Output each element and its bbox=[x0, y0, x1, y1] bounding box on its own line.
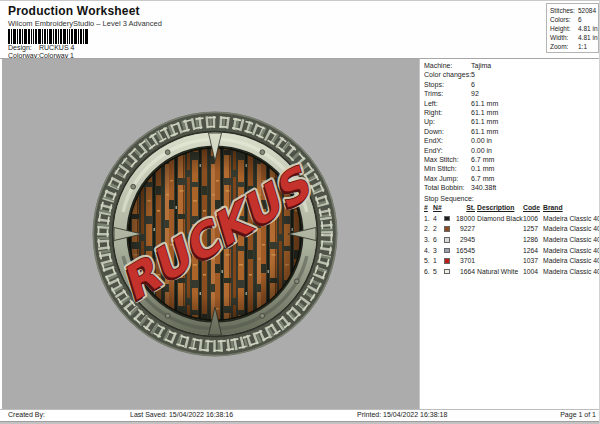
table-row-cell: 1006 bbox=[523, 214, 543, 225]
table-row-cell bbox=[444, 235, 455, 246]
page-title: Production Worksheet bbox=[8, 4, 140, 18]
emblem-preview: RUCKUS RUCKUS RUCKUS bbox=[2, 59, 419, 409]
table-row-cell bbox=[444, 267, 455, 278]
created-by-label: Created By: bbox=[8, 411, 45, 418]
design-label: Design: bbox=[8, 44, 39, 51]
table-row-cell: 1 bbox=[433, 256, 444, 267]
table-row-cell: 3701 bbox=[455, 256, 477, 267]
table-row-cell: Natural White bbox=[477, 267, 523, 278]
stat-height: Height:4.81 in bbox=[550, 24, 598, 33]
table-row-cell: 16545 bbox=[455, 246, 477, 257]
production-worksheet-page: Production Worksheet Wilcom EmbroiderySt… bbox=[0, 0, 600, 424]
color-swatch bbox=[444, 248, 450, 254]
design-stats-box: Stitches:52084 Colors:6 Height:4.81 in W… bbox=[546, 3, 599, 53]
machine-row: Machine:Tajima bbox=[424, 61, 600, 70]
machine-row: Max Stitch:6.7 mm bbox=[424, 155, 600, 164]
table-row-cell bbox=[444, 246, 455, 257]
machine-row: Stops:6 bbox=[424, 80, 600, 89]
table-row-cell: Madeira Classic 40 bbox=[543, 256, 599, 267]
table-row-cell: 1004 bbox=[523, 267, 543, 278]
page-number: Page 1 of 1 bbox=[560, 411, 596, 418]
last-saved-text: Last Saved: 15/04/2022 16:38:16 bbox=[130, 411, 233, 418]
content-bottom-divider bbox=[0, 409, 600, 410]
machine-row: Total Bobbin:340.38ft bbox=[424, 183, 600, 192]
table-row-cell bbox=[444, 214, 455, 225]
table-row-cell: Diamond Black bbox=[477, 214, 523, 225]
col-header-st: St. bbox=[455, 203, 477, 214]
color-swatch bbox=[444, 258, 450, 264]
table-row-cell: 1037 bbox=[523, 256, 543, 267]
machine-row: Down:61.1 mm bbox=[424, 127, 600, 136]
design-value: RUCKUS 4 bbox=[39, 44, 74, 51]
table-row-cell: 3. bbox=[424, 235, 433, 246]
table-row-cell bbox=[477, 224, 523, 235]
table-row-cell: 3 bbox=[433, 246, 444, 257]
table-row-cell bbox=[444, 224, 455, 235]
machine-row: Max Jump:6.7 mm bbox=[424, 174, 600, 183]
table-row-cell: 5 bbox=[433, 267, 444, 278]
col-header-swatch bbox=[444, 203, 455, 214]
machine-row: Left:61.1 mm bbox=[424, 99, 600, 108]
table-row-cell: Madeira Classic 40 bbox=[543, 224, 599, 235]
table-row-cell bbox=[477, 246, 523, 257]
color-swatch bbox=[444, 216, 450, 222]
barcode-image bbox=[8, 29, 88, 44]
table-row-cell: 18000 bbox=[455, 214, 477, 225]
col-header-num: # bbox=[424, 203, 433, 214]
stat-colors: Colors:6 bbox=[550, 15, 598, 24]
machine-row: Right:61.1 mm bbox=[424, 108, 600, 117]
color-swatch bbox=[444, 226, 450, 232]
machine-row: Min Stitch:0.1 mm bbox=[424, 164, 600, 173]
table-row-cell bbox=[444, 256, 455, 267]
table-row-cell: 1. bbox=[424, 214, 433, 225]
table-row-cell: 2. bbox=[424, 224, 433, 235]
machine-row: Color changes:5 bbox=[424, 70, 600, 79]
table-row-cell: Madeira Classic 40 bbox=[543, 235, 599, 246]
table-row-cell: 5. bbox=[424, 256, 433, 267]
page-footer: Created By: Last Saved: 15/04/2022 16:38… bbox=[0, 411, 600, 421]
table-row-cell: 2945 bbox=[455, 235, 477, 246]
machine-row: Trims:92 bbox=[424, 89, 600, 98]
stat-width: Width:4.81 in bbox=[550, 33, 598, 42]
printed-text: Printed: 15/04/2022 16:38:18 bbox=[357, 411, 447, 418]
table-row-cell: 6. bbox=[424, 267, 433, 278]
table-row-cell: 2 bbox=[433, 224, 444, 235]
col-header-description: Description bbox=[477, 203, 523, 214]
color-swatch bbox=[444, 237, 450, 243]
table-row-cell: Madeira Classic 40 bbox=[543, 267, 599, 278]
stat-zoom: Zoom:1:1 bbox=[550, 42, 598, 51]
col-header-n: N# bbox=[433, 203, 444, 214]
table-row-cell: 1264 bbox=[523, 246, 543, 257]
stop-sequence-title: Stop Sequence: bbox=[424, 194, 600, 204]
table-row-cell: 6 bbox=[433, 235, 444, 246]
table-row-cell: Madeira Classic 40 bbox=[543, 214, 599, 225]
table-row-cell: 4. bbox=[424, 246, 433, 257]
table-row-cell: Madeira Classic 40 bbox=[543, 246, 599, 257]
col-header-brand: Brand bbox=[543, 203, 599, 214]
design-name-row: Design:RUCKUS 4 bbox=[8, 44, 74, 51]
table-row-cell bbox=[477, 256, 523, 267]
table-row-cell: 4 bbox=[433, 214, 444, 225]
machine-row: EndY:0.00 in bbox=[424, 146, 600, 155]
table-row-cell: 1664 bbox=[455, 267, 477, 278]
design-canvas: RUCKUS RUCKUS RUCKUS bbox=[2, 59, 419, 409]
table-row-cell: 1257 bbox=[523, 224, 543, 235]
stat-stitches: Stitches:52084 bbox=[550, 6, 598, 15]
stop-sequence-table: # N# St. Description Code Brand 1. 4 180… bbox=[424, 203, 600, 277]
app-subtitle: Wilcom EmbroideryStudio – Level 3 Advanc… bbox=[8, 19, 162, 28]
machine-info-panel: Machine:Tajima Color changes:5 Stops:6 T… bbox=[419, 59, 600, 409]
machine-row: Up:61.1 mm bbox=[424, 117, 600, 126]
table-row-cell: 1286 bbox=[523, 235, 543, 246]
col-header-code: Code bbox=[523, 203, 543, 214]
table-row-cell bbox=[477, 235, 523, 246]
table-row-cell: 9227 bbox=[455, 224, 477, 235]
machine-row: EndX:0.00 in bbox=[424, 136, 600, 145]
color-swatch bbox=[444, 269, 450, 275]
